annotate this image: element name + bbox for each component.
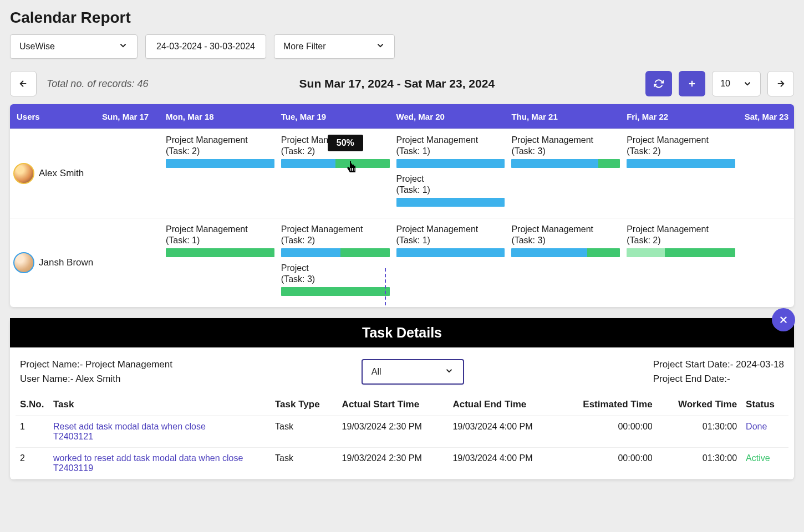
cell-start: 19/03/2024 2:30 PM <box>338 448 449 479</box>
task-block[interactable]: Project Management(Task: 1) <box>396 135 505 168</box>
project-start-label: Project Start Date:- 2024-03-18 <box>653 357 784 372</box>
task-block[interactable]: Project(Task: 3) <box>281 263 390 296</box>
add-button[interactable] <box>679 71 705 96</box>
task-block[interactable]: Project Management(Task: 2) <box>166 135 274 168</box>
calendar-row: Jansh BrownProject Management(Task: 1)Pr… <box>10 218 794 307</box>
th-est: Estimated Time <box>559 393 657 416</box>
details-filter-value: All <box>372 367 381 377</box>
task-block[interactable]: Project Management(Task: 3) <box>511 135 620 168</box>
cell-status: Done <box>741 416 788 448</box>
day-cell: Project Management(Task: 2)Project(Task:… <box>278 224 393 301</box>
next-button[interactable] <box>767 71 794 96</box>
col-header-tue: Tue, Mar 19 <box>278 112 393 121</box>
col-header-wed: Wed, Mar 20 <box>393 112 508 121</box>
progress-segment <box>598 159 620 168</box>
refresh-button[interactable] <box>645 71 672 96</box>
workspace-value: UseWise <box>19 42 55 52</box>
day-cell <box>739 135 794 212</box>
table-row: 2worked to reset add task modal data whe… <box>16 448 788 479</box>
task-block-label: Project Management(Task: 2) <box>627 224 735 246</box>
progress-segment <box>166 159 274 168</box>
svg-rect-6 <box>354 168 354 171</box>
avatar <box>13 163 34 184</box>
chevron-down-icon <box>375 40 385 53</box>
progress-bar <box>281 159 390 168</box>
day-cell: Project Management(Task: 1) <box>162 224 278 301</box>
progress-segment <box>281 159 335 168</box>
task-details-title: Task Details <box>10 318 794 347</box>
daterange-value: 24-03-2024 - 30-03-2024 <box>156 42 255 52</box>
task-block-label: Project(Task: 1) <box>396 173 505 196</box>
progress-bar <box>281 248 390 257</box>
project-name-label: Project Name:- Project Management <box>20 357 172 372</box>
details-meta-left: Project Name:- Project Management User N… <box>20 357 172 386</box>
task-block[interactable]: Project Management(Task: 2) <box>627 224 735 257</box>
progress-segment <box>511 248 587 257</box>
task-block[interactable]: Project Management(Task: 2) <box>627 135 735 168</box>
progress-segment <box>665 248 735 257</box>
user-name: Jansh Brown <box>39 257 93 268</box>
day-cell: Project Management(Task: 3) <box>508 224 623 301</box>
day-cell: Project Management(Task: 1)Project(Task:… <box>393 135 508 212</box>
cell-end: 19/03/2024 4:00 PM <box>448 416 559 448</box>
progress-bar <box>166 159 274 168</box>
daterange-dropdown[interactable]: 24-03-2024 - 30-03-2024 <box>145 34 266 59</box>
th-task: Task <box>49 393 271 416</box>
progress-segment <box>627 248 665 257</box>
th-start: Actual Start Time <box>338 393 449 416</box>
percent-tooltip: 50% <box>328 135 363 151</box>
col-header-sun: Sun, Mar 17 <box>99 112 162 121</box>
table-row: 1Reset add task modal data when closeT24… <box>16 416 788 448</box>
progress-bar <box>627 248 735 257</box>
task-block[interactable]: Project Management(Task: 2) <box>281 224 390 257</box>
user-name: Alex Smith <box>39 168 84 179</box>
th-type: Task Type <box>271 393 338 416</box>
more-filter-label: More Filter <box>283 42 325 52</box>
cell-sno: 2 <box>16 448 49 479</box>
chevron-down-icon <box>118 40 128 53</box>
more-filter-dropdown[interactable]: More Filter <box>274 34 395 59</box>
svg-rect-5 <box>352 168 353 171</box>
cell-status: Active <box>741 448 788 479</box>
th-end: Actual End Time <box>448 393 559 416</box>
task-block-label: Project Management(Task: 1) <box>396 224 505 246</box>
progress-bar <box>396 248 505 257</box>
user-cell: Jansh Brown <box>10 224 99 301</box>
details-filter-dropdown[interactable]: All <box>362 359 464 385</box>
progress-bar <box>166 248 274 257</box>
task-block-label: Project Management(Task: 3) <box>511 135 620 157</box>
progress-segment <box>340 248 389 257</box>
day-cell: Project Management(Task: 2)50% <box>278 135 393 212</box>
progress-bar <box>396 159 505 168</box>
cell-task: Reset add task modal data when closeT240… <box>49 416 271 448</box>
close-button[interactable] <box>772 308 795 331</box>
prev-button[interactable] <box>10 71 37 96</box>
progress-bar <box>627 159 735 168</box>
chevron-down-icon <box>444 366 454 378</box>
workspace-dropdown[interactable]: UseWise <box>10 34 138 59</box>
th-sno: S.No. <box>16 393 49 416</box>
calendar-grid: Users Sun, Mar 17 Mon, Mar 18 Tue, Mar 1… <box>10 104 794 307</box>
task-block[interactable]: Project Management(Task: 3) <box>511 224 620 257</box>
progress-bar <box>511 159 620 168</box>
task-details-panel: Task Details Project Name:- Project Mana… <box>10 318 794 479</box>
svg-rect-4 <box>350 168 351 171</box>
task-block-label: Project Management(Task: 1) <box>396 135 505 157</box>
cell-type: Task <box>271 448 338 479</box>
task-link[interactable]: Reset add task modal data when closeT240… <box>53 422 206 441</box>
day-cell: Project Management(Task: 2) <box>162 135 278 212</box>
progress-segment <box>627 159 735 168</box>
progress-segment <box>281 287 390 296</box>
task-block[interactable]: Project(Task: 1) <box>396 173 505 207</box>
progress-segment <box>281 248 341 257</box>
task-block[interactable]: Project Management(Task: 1) <box>166 224 274 257</box>
week-range-label: Sun Mar 17, 2024 - Sat Mar 23, 2024 <box>148 77 645 90</box>
task-link[interactable]: worked to reset add task modal data when… <box>53 453 243 473</box>
page-size-dropdown[interactable]: 10 <box>712 71 761 96</box>
day-cell: Project Management(Task: 1) <box>393 224 508 301</box>
records-count: Total no. of records: 46 <box>47 78 148 90</box>
task-block-label: Project Management(Task: 2) <box>627 135 735 157</box>
avatar <box>13 252 34 273</box>
task-block-label: Project Management(Task: 3) <box>511 224 620 246</box>
task-block[interactable]: Project Management(Task: 1) <box>396 224 505 257</box>
